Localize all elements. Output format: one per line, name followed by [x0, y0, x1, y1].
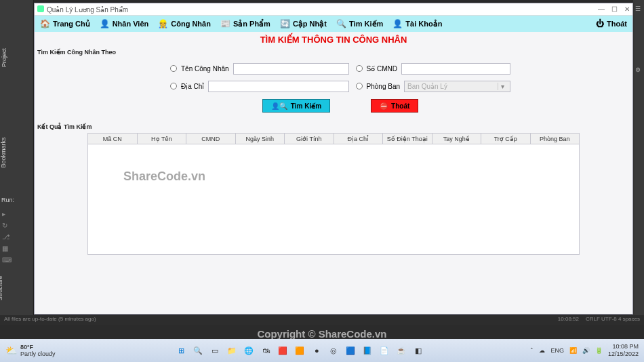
start-icon[interactable]: ⊞	[174, 344, 188, 357]
radio-cmnd[interactable]	[356, 65, 363, 72]
radio-address[interactable]	[170, 83, 177, 89]
tray-chevron-icon[interactable]: ˄	[530, 347, 534, 354]
col-tay-nghe[interactable]: Tay Nghề	[432, 134, 482, 144]
status-left: All files are up-to-date (5 minutes ago)	[4, 316, 96, 324]
watermark-copyright: Copyright © ShareCode.vn	[0, 328, 644, 340]
tray-wifi-icon[interactable]: 📶	[569, 347, 577, 354]
sync-icon[interactable]: ↻	[2, 222, 12, 229]
app-window: Quản Lý Lương Sản Phẩm — ☐ ✕ 🏠Trang Chủ …	[34, 3, 633, 315]
menu-search[interactable]: 🔍Tìm Kiếm	[336, 19, 383, 28]
app2-icon[interactable]: 🟧	[293, 344, 306, 357]
col-gioi-tinh[interactable]: Giới Tính	[285, 134, 334, 144]
menu-product[interactable]: 📰Sản Phẩm	[220, 19, 270, 28]
ide-status-bar: All files are up-to-date (5 minutes ago)…	[0, 315, 644, 325]
search-button[interactable]: 👤🔍 Tìm Kiếm	[262, 99, 330, 113]
exit-button[interactable]: ⛔ Thoát	[371, 99, 418, 113]
java-icon[interactable]: ☕	[395, 344, 408, 357]
weather-temp: 80°F	[20, 344, 56, 350]
tray-lang[interactable]: ENG	[550, 347, 564, 354]
col-ho-ten[interactable]: Họ Tên	[138, 134, 187, 144]
taskbar-weather[interactable]: ⛅ 80°F Partly cloudy	[0, 344, 75, 357]
title-bar[interactable]: Quản Lý Lương Sản Phẩm — ☐ ✕	[35, 3, 632, 16]
menu-exit[interactable]: ⏻Thoát	[596, 19, 627, 28]
minimize-icon[interactable]: —	[598, 5, 605, 13]
system-tray[interactable]: ˄ ☁ ENG 📶 🔊 🔋 10:08 PM 12/15/2022	[525, 343, 644, 358]
app5-icon[interactable]: 📄	[378, 344, 391, 357]
label-cmnd: Số CMND	[367, 65, 397, 73]
section-search-label: Tìm Kiếm Công Nhân Theo	[35, 47, 632, 57]
tray-time: 10:08 PM	[608, 343, 639, 350]
edge-icon[interactable]: 🌐	[242, 344, 256, 357]
task-view-icon[interactable]: ▭	[208, 344, 222, 357]
col-ngay-sinh[interactable]: Ngày Sinh	[236, 134, 285, 144]
tray-onedrive-icon[interactable]: ☁	[539, 347, 545, 354]
cancel-icon: ⛔	[380, 102, 388, 110]
weather-cond: Partly cloudy	[20, 350, 56, 357]
exit-button-label: Thoát	[391, 102, 409, 110]
ide-left-gutter: Project Bookmarks Structure Run: ▸ ↻ ⎇ ▦…	[0, 0, 34, 315]
col-cmnd[interactable]: CMND	[186, 134, 236, 144]
input-name[interactable]	[233, 63, 349, 75]
tray-clock[interactable]: 10:08 PM 12/15/2022	[608, 343, 639, 358]
combo-dept[interactable]: Ban Quản Lý ▾	[404, 81, 510, 92]
menu-bar: 🏠Trang Chủ 👤Nhân Viên 👷Công Nhân 📰Sản Ph…	[35, 16, 632, 32]
menu-staff[interactable]: 👤Nhân Viên	[100, 19, 149, 28]
tray-volume-icon[interactable]: 🔊	[582, 347, 590, 354]
account-icon: 👤	[393, 19, 403, 28]
page-title: TÌM KIẾM THÔNG TIN CÔNG NHÂN	[35, 32, 632, 47]
close-icon[interactable]: ✕	[624, 5, 630, 13]
menu-exit-label: Thoát	[607, 20, 627, 28]
ide-tab-bookmarks[interactable]: Bookmarks	[0, 137, 7, 167]
result-grid[interactable]: Mã CN Họ Tên CMND Ngày Sinh Giới Tính Đị…	[87, 133, 580, 255]
maximize-icon[interactable]: ☐	[611, 5, 618, 13]
taskbar-center: ⊞ 🔍 ▭ 📁 🌐 🛍 🟥 🟧 ● ◎ 🟦 📘 📄 ☕ ◧	[75, 344, 525, 357]
ide-tab-project[interactable]: Project	[1, 48, 7, 67]
search-button-label: Tìm Kiếm	[291, 102, 321, 110]
chevron-down-icon: ▾	[498, 83, 507, 90]
store-icon[interactable]: 🛍	[259, 344, 273, 357]
menu-account[interactable]: 👤Tài Khoản	[393, 19, 442, 28]
col-tro-cap[interactable]: Trợ Cấp	[481, 134, 531, 144]
radio-name[interactable]	[170, 65, 177, 72]
status-time: 10:08:52	[558, 316, 579, 324]
taskbar-search-icon[interactable]: 🔍	[191, 344, 205, 357]
app3-icon[interactable]: ●	[310, 344, 323, 357]
explorer-icon[interactable]: 📁	[225, 344, 239, 357]
intellij-icon[interactable]: ◧	[411, 344, 425, 357]
col-dia-chi[interactable]: Địa Chỉ	[334, 134, 384, 144]
menu-worker-label: Công Nhân	[171, 20, 211, 28]
menu-home[interactable]: 🏠Trang Chủ	[40, 19, 90, 28]
chrome-icon[interactable]: ◎	[327, 344, 340, 357]
vcs-icon[interactable]: ⎇	[2, 233, 12, 241]
ide-right-gutter: ☰ ⚙	[633, 0, 644, 315]
app4-icon[interactable]: 🟦	[344, 344, 357, 357]
menu-update[interactable]: 🔄Cập Nhật	[280, 19, 327, 28]
status-encoding: CRLF UTF-8 4 spaces	[586, 316, 640, 324]
term-icon[interactable]: ⌨	[2, 256, 12, 264]
label-address: Địa Chỉ	[181, 83, 204, 90]
gear-icon[interactable]: ⚙	[635, 66, 641, 73]
window-title: Quản Lý Lương Sản Phẩm	[47, 6, 128, 14]
col-phong-ban[interactable]: Phòng Ban	[531, 134, 580, 144]
news-icon: 📰	[220, 19, 230, 28]
ide-left-icons: ▸ ↻ ⎇ ▦ ⌨	[2, 210, 12, 264]
ide-tab-structure[interactable]: Structure	[0, 276, 3, 301]
word-icon[interactable]: 📘	[361, 344, 374, 357]
radio-dept[interactable]	[356, 83, 363, 89]
menu-staff-label: Nhân Viên	[113, 20, 149, 28]
app1-icon[interactable]: 🟥	[276, 344, 289, 357]
search-form: Tên Công Nhân Số CMND Địa Chỉ Phòng	[35, 57, 632, 122]
input-address[interactable]	[208, 81, 348, 92]
grid-icon[interactable]: ▦	[2, 245, 12, 252]
input-cmnd[interactable]	[401, 63, 510, 75]
col-sdt[interactable]: Số Điện Thoại	[383, 134, 432, 144]
refresh-icon: 🔄	[280, 19, 290, 28]
tray-battery-icon[interactable]: 🔋	[595, 347, 603, 354]
menu-account-label: Tài Khoản	[405, 20, 442, 28]
windows-taskbar[interactable]: ⛅ 80°F Partly cloudy ⊞ 🔍 ▭ 📁 🌐 🛍 🟥 🟧 ● ◎…	[0, 339, 644, 362]
run-icon[interactable]: ▸	[2, 210, 12, 218]
col-ma-cn[interactable]: Mã CN	[88, 134, 138, 144]
menu-worker[interactable]: 👷Công Nhân	[158, 19, 211, 28]
section-result-label: Kết Quả Tìm Kiếm	[35, 122, 632, 132]
notif-icon[interactable]: ☰	[635, 5, 641, 12]
